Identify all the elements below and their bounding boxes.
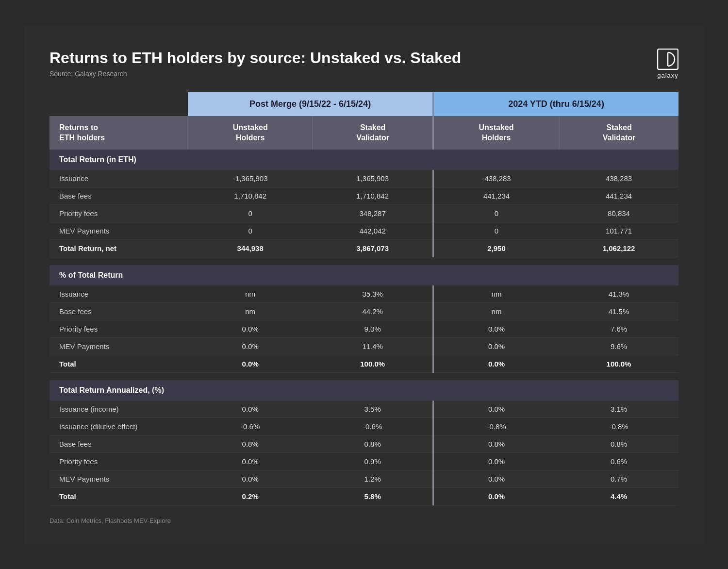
table-row: Total0.0%100.0%0.0%100.0% — [50, 355, 678, 372]
table-row: Issuance (dilutive effect)-0.6%-0.6%-0.8… — [50, 418, 678, 435]
sub-header-staked-ytd: StakedValidator — [559, 116, 678, 150]
galaxy-icon — [657, 49, 678, 70]
row-label-header: Returns to ETH holders — [50, 116, 188, 150]
main-table: Post Merge (9/15/22 - 6/15/24) 2024 YTD … — [50, 92, 678, 506]
section-header: % of Total Return — [50, 265, 678, 285]
sub-header-unstaked-postmerge: UnstakedHolders — [188, 116, 313, 150]
galaxy-text: galaxy — [657, 72, 678, 79]
table-row: Base feesnm44.2%nm41.5% — [50, 302, 678, 320]
table-row: Issuance (income)0.0%3.5%0.0%3.1% — [50, 401, 678, 418]
table-row: MEV Payments0.0%1.2%0.0%0.7% — [50, 470, 678, 488]
galaxy-logo: galaxy — [657, 49, 678, 79]
table-row: Total0.2%5.8%0.0%4.4% — [50, 488, 678, 505]
table-row: Base fees0.8%0.8%0.8%0.8% — [50, 435, 678, 453]
table-row: Issuance-1,365,9031,365,903-438,283438,2… — [50, 170, 678, 187]
section-spacer — [50, 257, 678, 265]
sub-header-unstaked-ytd: UnstakedHolders — [433, 116, 559, 150]
section-spacer — [50, 372, 678, 380]
table-row: MEV Payments0.0%11.4%0.0%9.6% — [50, 337, 678, 355]
sub-header-staked-postmerge: StakedValidator — [313, 116, 433, 150]
data-table-wrapper: Post Merge (9/15/22 - 6/15/24) 2024 YTD … — [50, 92, 678, 506]
table-row: Priority fees0.0%0.9%0.0%0.6% — [50, 453, 678, 470]
sub-header-row: Returns to ETH holders UnstakedHolders S… — [50, 116, 678, 150]
col-group-ytd: 2024 YTD (thru 6/15/24) — [433, 92, 678, 116]
table-row: Priority fees0348,287080,834 — [50, 205, 678, 222]
table-row: Base fees1,710,8421,710,842441,234441,23… — [50, 187, 678, 205]
table-row: Total Return, net344,9383,867,0732,9501,… — [50, 240, 678, 257]
page-title: Returns to ETH holders by source: Unstak… — [50, 49, 678, 67]
section-header: Total Return Annualized, (%) — [50, 380, 678, 401]
section-header: Total Return (in ETH) — [50, 150, 678, 170]
main-container: Returns to ETH holders by source: Unstak… — [24, 25, 704, 544]
table-row: Issuancenm35.3%nm41.3% — [50, 285, 678, 303]
source-label: Source: Galaxy Research — [50, 70, 678, 78]
table-row: MEV Payments0442,0420101,771 — [50, 222, 678, 240]
footer-note: Data: Coin Metrics, Flashbots MEV-Explor… — [50, 517, 678, 524]
col-group-row: Post Merge (9/15/22 - 6/15/24) 2024 YTD … — [50, 92, 678, 116]
header: Returns to ETH holders by source: Unstak… — [50, 49, 678, 78]
table-row: Priority fees0.0%9.0%0.0%7.6% — [50, 320, 678, 337]
col-group-postmerge: Post Merge (9/15/22 - 6/15/24) — [188, 92, 433, 116]
